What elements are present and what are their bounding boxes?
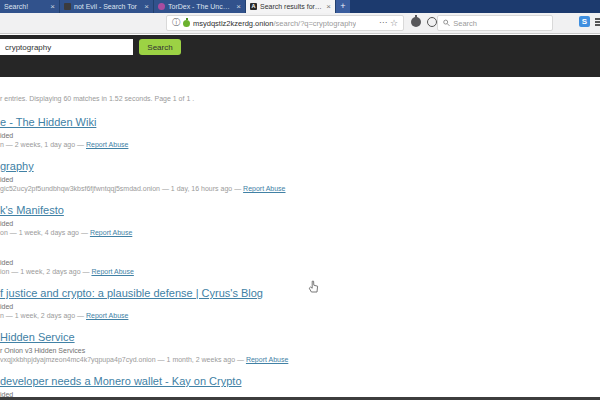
tab-tordex[interactable]: TorDex - The Uncensored Tor Se × (154, 0, 246, 13)
result-meta: gic52ucy2pf5undbhqw3kbsf6fjfwntqqj5smdad… (0, 185, 243, 192)
report-abuse-link[interactable]: Report Abuse (86, 312, 128, 319)
tab-title: TorDex - The Uncensored Tor Se (168, 3, 233, 10)
not-evil-favicon-icon (64, 3, 71, 10)
site-info-icon[interactable]: ⓘ (172, 19, 180, 27)
result-url-line: n — 2 weeks, 1 day ago — Report Abuse (0, 141, 590, 149)
onion-circuit-icon[interactable] (183, 20, 190, 27)
result-title-link[interactable]: f justice and crypto: a plausible defens… (0, 287, 263, 299)
toolbar-search[interactable] (437, 15, 553, 31)
page-actions-icon[interactable]: ⋯ (379, 19, 387, 27)
result-title-link[interactable]: graphy (0, 160, 34, 172)
report-abuse-link[interactable]: Report Abuse (246, 356, 288, 363)
results-list: e - The Hidden Wiki ided n — 2 weeks, 1 … (0, 112, 590, 397)
tab-title: Search results for cryptography (260, 3, 323, 10)
site-header: Search ics Add Service I2p search (0, 35, 600, 77)
tab-title: not Evil - Search Tor (74, 3, 141, 10)
close-icon[interactable]: × (326, 3, 331, 11)
report-abuse-link[interactable]: Report Abuse (90, 229, 132, 236)
site-search-button[interactable]: Search (139, 39, 181, 55)
torbutton-onion-icon[interactable] (411, 17, 421, 27)
result-meta: n — 1 week, 2 days ago — (0, 312, 86, 319)
result-meta: vxqjxkbhpjdyajmzeon4mc4k7yqpupa4p7cyd.on… (0, 356, 246, 363)
bookmark-star-icon[interactable]: ☆ (390, 19, 398, 28)
search-icon (443, 19, 450, 27)
tab-search-results-active[interactable]: A Search results for cryptography × (246, 0, 336, 13)
tab-search[interactable]: Search! × (0, 0, 60, 13)
search-result: k's Manifesto ided on — 1 week, 4 days a… (0, 200, 590, 237)
url-path: /search/?q=cryptography (273, 19, 356, 28)
toolbar-search-input[interactable] (453, 19, 547, 28)
report-abuse-link[interactable]: Report Abuse (91, 268, 133, 275)
https-everywhere-icon[interactable] (427, 17, 437, 27)
new-tab-button[interactable]: + (336, 0, 350, 13)
result-description: ided (0, 132, 590, 140)
search-result: e - The Hidden Wiki ided n — 2 weeks, 1 … (0, 112, 590, 149)
report-abuse-link[interactable]: Report Abuse (243, 185, 285, 192)
result-url-line: ion — 1 week, 2 days ago — Report Abuse (0, 268, 590, 276)
result-description: ided (0, 220, 590, 228)
ahmia-favicon-icon: A (250, 3, 257, 10)
hamburger-menu-icon[interactable] (595, 18, 600, 20)
result-title-link[interactable]: e - The Hidden Wiki (0, 116, 96, 128)
close-icon[interactable]: × (236, 3, 241, 11)
tab-bar: Search! × not Evil - Search Tor × TorDex… (0, 0, 600, 13)
search-results-page: r entries. Displaying 60 matches in 1.52… (0, 77, 600, 397)
search-result: developer needs a Monero wallet - Kay on… (0, 371, 590, 397)
tab-not-evil[interactable]: not Evil - Search Tor × (60, 0, 154, 13)
result-url-line: n — 1 week, 2 days ago — Report Abuse (0, 312, 590, 320)
result-url-line: gic52ucy2pf5undbhqw3kbsf6fjfwntqqj5smdad… (0, 185, 590, 193)
search-result: Hidden Service r Onion v3 Hidden Service… (0, 327, 590, 364)
url-bar[interactable]: ⓘ msydqstlz2kzerdg.onion/search/?q=crypt… (166, 15, 404, 31)
search-result: ided ion — 1 week, 2 days ago — Report A… (0, 244, 590, 276)
results-summary: r entries. Displaying 60 matches in 1.52… (0, 95, 590, 103)
noscript-icon[interactable]: S (579, 16, 590, 27)
result-meta: on — 1 week, 4 days ago — (0, 229, 90, 236)
close-icon[interactable]: × (144, 3, 149, 11)
result-title-link[interactable]: k's Manifesto (0, 204, 64, 216)
search-result: graphy ided gic52ucy2pf5undbhqw3kbsf6fjf… (0, 156, 590, 193)
search-result: f justice and crypto: a plausible defens… (0, 283, 590, 320)
result-meta: ion — 1 week, 2 days ago — (0, 268, 91, 275)
tab-title: Search! (4, 3, 47, 10)
site-search-input[interactable] (0, 39, 133, 55)
result-description: ided (0, 176, 590, 184)
url-domain: msydqstlz2kzerdg.onion (193, 19, 273, 28)
result-title-link[interactable]: Hidden Service (0, 331, 75, 343)
result-description: r Onion v3 Hidden Services (0, 347, 590, 355)
result-title-link[interactable]: developer needs a Monero wallet - Kay on… (0, 375, 242, 387)
result-description: ided (0, 303, 590, 311)
result-meta: n — 2 weeks, 1 day ago — (0, 141, 86, 148)
tordex-favicon-icon (158, 3, 165, 10)
result-url-line: on — 1 week, 4 days ago — Report Abuse (0, 229, 590, 237)
result-url-line: vxqjxkbhpjdyajmzeon4mc4k7yqpupa4p7cyd.on… (0, 356, 590, 364)
url-text: msydqstlz2kzerdg.onion/search/?q=cryptog… (193, 19, 356, 28)
tabbar-empty-space (350, 0, 600, 13)
close-icon[interactable]: × (50, 3, 55, 11)
report-abuse-link[interactable]: Report Abuse (86, 141, 128, 148)
result-description: ided (0, 259, 590, 267)
